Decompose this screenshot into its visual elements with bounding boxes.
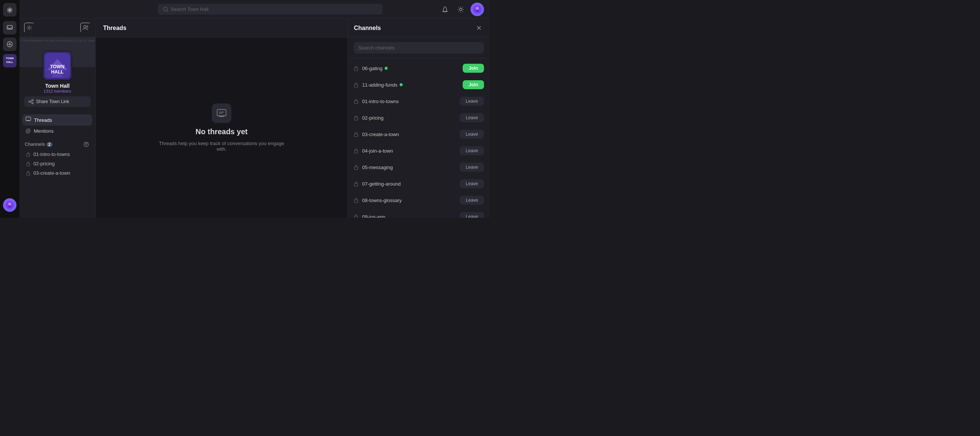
leave-button[interactable]: Leave (460, 212, 484, 218)
sidebar-content: +7D6936B6D8+7C D470+AADD1AC70+317C D4A7D… (19, 37, 95, 218)
svg-text:HALL: HALL (6, 61, 13, 64)
channel-name: 01-intro-to-towns (362, 99, 456, 104)
channel-name: 09-ios-app (362, 214, 456, 218)
svg-rect-37 (355, 150, 358, 153)
channel-row: 03-create-a-town Leave (348, 126, 490, 142)
town-icon[interactable]: TOWN HALL (3, 54, 16, 67)
sidebar-settings-button[interactable] (24, 22, 35, 33)
svg-point-14 (29, 27, 30, 29)
settings-button[interactable] (455, 3, 467, 15)
nav-section: Threads @ Mentions (19, 111, 95, 138)
channel-name: 08-towns-glossary (362, 197, 456, 203)
town-logo: TOWN HALL (42, 51, 72, 81)
channels-header: Channels 2 (19, 138, 95, 150)
leave-button[interactable]: Leave (460, 113, 484, 122)
sidebar-channel-item[interactable]: 03-create-a-town (21, 168, 94, 178)
town-members-count: 1312 members (43, 89, 71, 93)
notifications-button[interactable] (439, 3, 451, 15)
sidebar-channels: 01-intro-to-towns 02-pricing 03-create-a… (19, 150, 95, 178)
leave-button[interactable]: Leave (460, 130, 484, 139)
inbox-icon[interactable] (3, 21, 16, 35)
channel-name: 04-join-a-town (362, 148, 456, 154)
add-icon[interactable] (3, 38, 16, 51)
svg-point-8 (8, 202, 11, 205)
search-placeholder: Search Town Hall (170, 6, 208, 12)
channels-label: Channels 2 (25, 142, 52, 147)
threads-icon (25, 116, 31, 123)
search-bar[interactable]: Search Town Hall (158, 4, 383, 14)
channels-add-button[interactable] (83, 141, 90, 148)
user-avatar[interactable] (3, 198, 16, 212)
app-wrapper: TOWN HALL Search Town Hall (0, 0, 490, 218)
sidebar-members-button[interactable] (80, 22, 91, 33)
svg-rect-31 (217, 110, 226, 116)
threads-body: No threads yet Threads help you keep tra… (95, 38, 348, 218)
svg-point-25 (32, 102, 33, 104)
svg-rect-32 (355, 68, 358, 71)
svg-point-23 (32, 99, 33, 101)
online-dot (385, 67, 388, 70)
channels-search (348, 38, 490, 59)
town-banner: +7D6936B6D8+7C D470+AADD1AC70+317C D4A7D… (19, 37, 95, 111)
svg-point-1 (9, 9, 11, 11)
channels-search-input[interactable] (354, 42, 484, 54)
sidebar-channel-item[interactable]: 02-pricing (21, 159, 94, 168)
svg-rect-30 (27, 173, 30, 175)
sidebar-header (19, 19, 95, 37)
nav-item-mentions[interactable]: @ Mentions (22, 126, 92, 136)
online-dot (400, 83, 402, 86)
top-bar: Search Town Hall (19, 0, 490, 19)
share-link-button[interactable]: Share Town Link (24, 96, 91, 107)
threads-header: Threads (95, 19, 348, 38)
svg-rect-36 (355, 134, 358, 137)
icon-bar: TOWN HALL (0, 0, 19, 218)
app-logo (3, 3, 16, 16)
leave-button[interactable]: Leave (460, 146, 484, 155)
channel-row: 06-gating Join (348, 60, 490, 76)
top-bar-right (439, 3, 484, 16)
join-button[interactable]: Join (463, 80, 484, 89)
channels-panel-close-button[interactable]: ✕ (474, 23, 484, 33)
svg-point-16 (86, 26, 88, 28)
nav-item-threads[interactable]: Threads (22, 115, 92, 126)
channels-list: 06-gating Join 11-adding-funds Join 01-i… (348, 59, 490, 218)
svg-text:HALL: HALL (51, 69, 64, 75)
channel-name: 11-adding-funds (362, 82, 459, 88)
threads-title: Threads (103, 25, 126, 32)
svg-rect-40 (355, 200, 358, 203)
leave-button[interactable]: Leave (460, 163, 484, 172)
channel-row: 01-intro-to-towns Leave (348, 93, 490, 110)
channel-row: 04-join-a-town Leave (348, 142, 490, 159)
svg-rect-35 (355, 117, 358, 120)
leave-button[interactable]: Leave (460, 97, 484, 106)
svg-rect-34 (355, 101, 358, 104)
svg-point-15 (84, 25, 86, 28)
svg-rect-38 (355, 167, 358, 170)
main-area: Threads No threads yet Threads help you … (95, 19, 348, 218)
channels-panel-header: Channels ✕ (348, 19, 490, 38)
channels-badge: 2 (46, 142, 52, 147)
channel-row: 11-adding-funds Join (348, 76, 490, 93)
svg-text:TOWN: TOWN (6, 57, 13, 60)
town-name: Town Hall (45, 83, 69, 89)
channel-row: 08-towns-glossary Leave (348, 192, 490, 208)
leave-button[interactable]: Leave (460, 196, 484, 205)
no-threads-icon (212, 103, 231, 123)
join-button[interactable]: Join (463, 64, 484, 73)
mentions-icon: @ (25, 128, 31, 134)
svg-rect-41 (355, 216, 358, 218)
leave-button[interactable]: Leave (460, 179, 484, 188)
svg-point-11 (460, 8, 462, 11)
channel-name: 02-pricing (362, 115, 456, 121)
svg-rect-28 (27, 154, 30, 157)
channel-name: 06-gating (362, 65, 459, 71)
channels-panel: Channels ✕ 06-gating Join 11-addin (348, 19, 490, 218)
svg-rect-29 (27, 164, 30, 166)
channel-name: 05-messaging (362, 165, 456, 170)
svg-point-24 (29, 101, 30, 102)
channel-row: 02-pricing Leave (348, 110, 490, 126)
sidebar-channel-item[interactable]: 01-intro-to-towns (21, 150, 94, 159)
top-avatar[interactable] (471, 3, 484, 16)
channel-name: 03-create-a-town (362, 132, 456, 137)
svg-rect-39 (355, 183, 358, 186)
